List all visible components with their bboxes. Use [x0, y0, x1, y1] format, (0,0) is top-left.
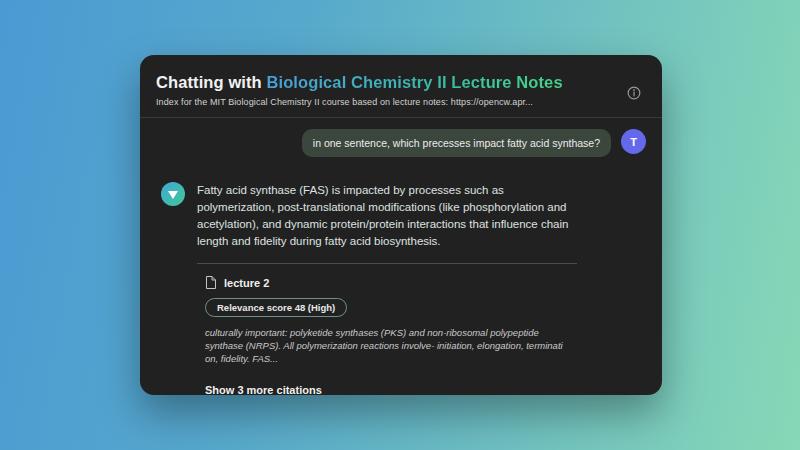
citation-item: lecture 2 Relevance score 48 (High) cult… — [197, 276, 577, 398]
user-message-bubble: in one sentence, which precesses impact … — [302, 129, 611, 157]
citation-divider — [197, 263, 577, 264]
document-icon — [205, 276, 216, 289]
triangle-down-icon — [168, 191, 178, 199]
relevance-score-badge: Relevance score 48 (High) — [205, 298, 347, 317]
user-avatar: T — [621, 129, 646, 154]
chat-body: in one sentence, which precesses impact … — [140, 118, 662, 398]
index-description: Index for the MIT Biological Chemistry I… — [156, 97, 646, 107]
show-more-citations-button[interactable]: Show 3 more citations — [205, 384, 322, 396]
page-title: Chatting with Biological Chemistry II Le… — [156, 73, 646, 92]
assistant-content-column: Fatty acid synthase (FAS) is impacted by… — [197, 182, 577, 398]
citation-header: lecture 2 — [205, 276, 577, 289]
chat-header: Chatting with Biological Chemistry II Le… — [140, 55, 662, 118]
citation-source-label: lecture 2 — [224, 277, 269, 289]
title-subject: Biological Chemistry II Lecture Notes — [266, 73, 562, 91]
assistant-message-text: Fatty acid synthase (FAS) is impacted by… — [197, 182, 577, 250]
user-message-row: in one sentence, which precesses impact … — [156, 129, 646, 157]
title-prefix: Chatting with — [156, 73, 266, 91]
assistant-avatar — [161, 182, 185, 206]
citation-excerpt: culturally important: polyketide synthas… — [205, 326, 577, 365]
page-background: Chatting with Biological Chemistry II Le… — [0, 0, 800, 450]
info-circle-icon[interactable] — [626, 85, 642, 101]
assistant-message-row: Fatty acid synthase (FAS) is impacted by… — [156, 182, 646, 398]
chat-card: Chatting with Biological Chemistry II Le… — [140, 55, 662, 395]
